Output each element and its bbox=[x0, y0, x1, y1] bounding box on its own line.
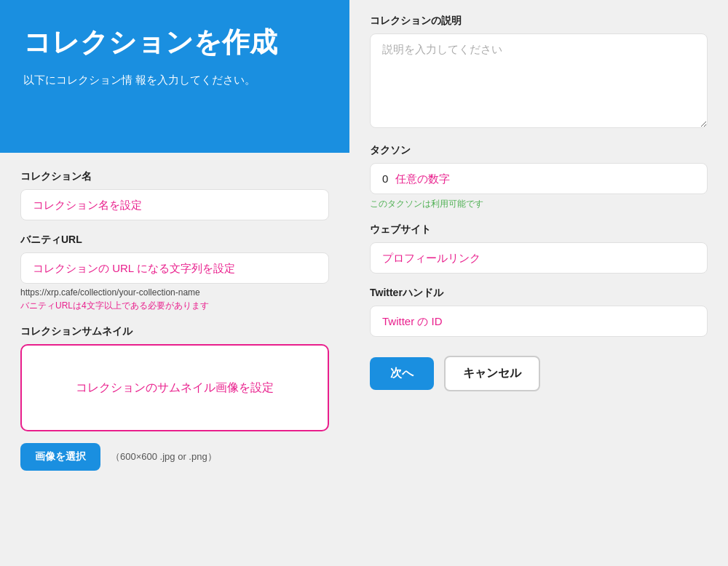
taxon-prefix: 0 bbox=[382, 172, 388, 185]
thumbnail-actions: 画像を選択 （600×600 .jpg or .png） bbox=[20, 443, 329, 471]
description-textarea[interactable] bbox=[370, 33, 708, 128]
action-buttons: 次へ キャンセル bbox=[370, 356, 708, 391]
website-group: ウェブサイト bbox=[370, 223, 708, 274]
vanity-url-group: バニティURL https://xrp.cafe/collection/your… bbox=[20, 234, 329, 312]
taxon-input[interactable] bbox=[395, 172, 695, 185]
hero-description: 以下にコレクション情 報を入力してください。 bbox=[23, 71, 326, 89]
collection-name-input[interactable] bbox=[20, 189, 329, 220]
twitter-group: Twitterハンドル bbox=[370, 287, 708, 337]
image-hint: （600×600 .jpg or .png） bbox=[111, 450, 217, 463]
description-group: コレクションの説明 bbox=[370, 15, 708, 131]
twitter-label: Twitterハンドル bbox=[370, 287, 708, 300]
twitter-input[interactable] bbox=[370, 306, 708, 337]
thumbnail-group: コレクションサムネイル コレクションのサムネイル画像を設定 画像を選択 （600… bbox=[20, 325, 329, 471]
thumbnail-label: コレクションサムネイル bbox=[20, 325, 329, 338]
vanity-url-hint: https://xrp.cafe/collection/your-collect… bbox=[20, 287, 329, 298]
taxon-group: タクソン 0 このタクソンは利用可能です bbox=[370, 144, 708, 210]
website-input[interactable] bbox=[370, 242, 708, 274]
vanity-url-label: バニティURL bbox=[20, 234, 329, 247]
website-label: ウェブサイト bbox=[370, 223, 708, 236]
thumbnail-upload-text: コレクションのサムネイル画像を設定 bbox=[76, 380, 274, 396]
taxon-input-wrapper: 0 bbox=[370, 163, 708, 194]
next-button[interactable]: 次へ bbox=[370, 357, 434, 390]
left-form: コレクション名 バニティURL https://xrp.cafe/collect… bbox=[0, 153, 349, 504]
collection-name-label: コレクション名 bbox=[20, 170, 329, 183]
left-column: コレクションを作成 以下にコレクション情 報を入力してください。 コレクション名… bbox=[0, 0, 349, 566]
taxon-label: タクソン bbox=[370, 144, 708, 157]
select-image-button[interactable]: 画像を選択 bbox=[20, 443, 100, 471]
page-container: コレクションを作成 以下にコレクション情 報を入力してください。 コレクション名… bbox=[0, 0, 728, 566]
hero-title: コレクションを作成 bbox=[23, 26, 326, 60]
vanity-url-input[interactable] bbox=[20, 252, 329, 284]
description-label: コレクションの説明 bbox=[370, 15, 708, 28]
taxon-available-text: このタクソンは利用可能です bbox=[370, 198, 708, 210]
vanity-url-error: バニティURLは4文字以上である必要があります bbox=[20, 300, 329, 312]
cancel-button[interactable]: キャンセル bbox=[444, 356, 540, 391]
right-column: コレクションの説明 タクソン 0 このタクソンは利用可能です ウェブサイト Tw… bbox=[349, 0, 728, 566]
collection-name-group: コレクション名 bbox=[20, 170, 329, 220]
hero-section: コレクションを作成 以下にコレクション情 報を入力してください。 bbox=[0, 0, 349, 153]
thumbnail-upload-area[interactable]: コレクションのサムネイル画像を設定 bbox=[20, 344, 329, 431]
